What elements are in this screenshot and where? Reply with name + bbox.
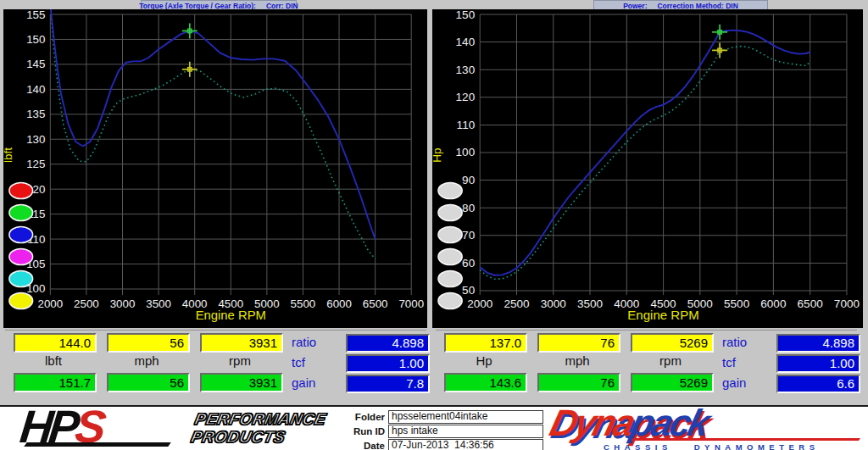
- gain-label: gain: [722, 375, 770, 390]
- y-tick-label: 80: [462, 202, 475, 214]
- y-tick-label: 150: [26, 33, 45, 46]
- ratio-value: 4.898: [346, 334, 430, 353]
- yellow-channel-button[interactable]: [9, 293, 33, 309]
- torque-unit-label: lbft: [14, 353, 93, 369]
- rpm-unit-label: rpm: [631, 353, 710, 369]
- x-tick-label: 2500: [504, 297, 529, 310]
- dynapack-tagline: CHASSIS DYNAMOMETERS: [604, 442, 820, 450]
- channel-button-6[interactable]: [438, 293, 462, 309]
- power-readout-panel: 137.0 76 5269 Hp mph rpm 143.6 76 5269 r…: [436, 330, 857, 404]
- speed-unit-label: mph: [537, 353, 617, 369]
- channel-button-1[interactable]: [438, 183, 462, 199]
- tcf-label: tcf: [292, 355, 339, 369]
- y-tick-label: 125: [26, 158, 45, 170]
- hps-tagline-line1: PERFORMANCE: [193, 410, 328, 428]
- x-tick-label: 2500: [74, 297, 99, 310]
- torque-correction-text: Corr: DIN: [266, 2, 298, 10]
- x-tick-label: 6000: [326, 297, 352, 310]
- baseline-curve: [480, 47, 810, 280]
- power-chart-panel: 2000250030003500400045005000550060006500…: [432, 9, 863, 328]
- folder-input[interactable]: hpsselement04intake: [388, 410, 543, 424]
- ratio-label: ratio: [292, 335, 339, 349]
- power-unit-label: Hp: [444, 353, 524, 369]
- y-tick-label: 60: [462, 257, 475, 269]
- baseline-rpm-readout: 5269: [631, 333, 714, 353]
- channel-button-4[interactable]: [438, 249, 462, 265]
- date-input[interactable]: 07-Jun-2013 14:36:56: [388, 439, 543, 450]
- gain-value: 7.8: [346, 375, 430, 393]
- dynapack-tagline-chassis: CHASSIS: [604, 442, 672, 450]
- x-tick-label: 7000: [834, 297, 860, 310]
- blue-channel-button[interactable]: [9, 227, 33, 243]
- power-correction-text: Correction Method: DIN: [657, 2, 737, 10]
- run-torque-readout: 151.7: [14, 373, 97, 392]
- date-label: Date: [336, 441, 385, 450]
- y-axis-unit-label: Hp: [432, 147, 443, 162]
- run-id-input[interactable]: hps intake: [388, 425, 543, 438]
- hps-tagline: PERFORMANCE PRODUCTS: [190, 410, 328, 446]
- run-speed-readout: 56: [107, 373, 190, 392]
- dynapack-tagline-dynamometers: DYNAMOMETERS: [694, 442, 820, 450]
- x-axis-title: Engine RPM: [196, 308, 266, 322]
- y-tick-label: 140: [456, 36, 476, 48]
- torque-chart-panel: 2000250030003500400045005000550060006500…: [3, 9, 427, 328]
- baseline-torque-readout: 144.0: [14, 333, 97, 353]
- x-tick-label: 3500: [146, 297, 171, 310]
- power-title-text: Power:: [623, 2, 647, 10]
- rpm-unit-label: rpm: [200, 353, 280, 369]
- x-tick-label: 2000: [467, 297, 492, 310]
- x-tick-label: 5500: [724, 297, 749, 310]
- x-axis-title: Engine RPM: [627, 308, 698, 322]
- dynapack-swoosh: [632, 438, 860, 441]
- run-power-readout: 143.6: [444, 373, 527, 392]
- channel-button-2[interactable]: [438, 205, 462, 221]
- folder-label: Folder: [336, 412, 385, 422]
- baseline-speed-readout: 56: [107, 333, 190, 353]
- x-tick-label: 3000: [541, 297, 566, 310]
- folder-field-row: Folder hpsselement04intake: [336, 410, 543, 424]
- x-tick-label: 5500: [291, 297, 316, 310]
- torque-title-text: Torque (Axle Torque / Gear Ratio):: [139, 2, 256, 10]
- dynapack-word-dyna: Dyna: [546, 402, 637, 443]
- tcf-value: 1.00: [776, 354, 860, 373]
- y-tick-label: 130: [26, 133, 45, 146]
- run-speed-readout: 76: [537, 373, 620, 392]
- run-rpm-readout: 5269: [631, 373, 714, 392]
- gain-label: gain: [292, 375, 339, 390]
- channel-button-3[interactable]: [438, 227, 462, 243]
- y-tick-label: 70: [462, 229, 475, 242]
- green-channel-button[interactable]: [9, 205, 33, 221]
- power-chart-canvas[interactable]: 2000250030003500400045005000550060006500…: [432, 9, 863, 328]
- channel-button-5[interactable]: [438, 271, 462, 287]
- magenta-channel-button[interactable]: [9, 249, 33, 265]
- hps-tagline-line2: PRODUCTS: [190, 428, 325, 446]
- x-tick-label: 2000: [38, 297, 64, 310]
- y-tick-label: 130: [456, 64, 476, 76]
- y-tick-label: 140: [26, 83, 45, 96]
- ratio-label: ratio: [722, 335, 770, 349]
- torque-readout-panel: 144.0 56 3931 lbft mph rpm 151.7 56 3931…: [5, 330, 426, 404]
- ratio-value: 4.898: [776, 334, 860, 353]
- cyan-channel-button[interactable]: [9, 271, 33, 287]
- run-id-label: Run ID: [336, 426, 385, 436]
- dyno-software-window: Torque (Axle Torque / Gear Ratio): Corr:…: [0, 0, 868, 450]
- tcf-value: 1.00: [346, 354, 430, 373]
- y-tick-label: 110: [457, 119, 476, 131]
- torque-chart-canvas[interactable]: 2000250030003500400045005000550060006500…: [3, 9, 427, 328]
- y-tick-label: 50: [462, 285, 475, 297]
- x-tick-label: 3000: [110, 297, 136, 310]
- run-info-fields: Folder hpsselement04intake Run ID hps in…: [336, 410, 543, 450]
- x-tick-label: 3500: [577, 297, 603, 310]
- speed-unit-label: mph: [107, 353, 186, 369]
- dynapack-logo: Dynapack CHASSIS DYNAMOMETERS: [551, 403, 865, 450]
- hps-logo: HPS: [20, 405, 190, 450]
- footer-strip: HPS PERFORMANCE PRODUCTS Folder hpsselem…: [0, 405, 868, 450]
- dynapack-logo-word: Dynapack: [546, 403, 711, 442]
- y-tick-label: 145: [26, 58, 45, 70]
- x-tick-label: 6500: [363, 297, 388, 310]
- red-channel-button[interactable]: [9, 183, 33, 199]
- y-tick-label: 135: [26, 108, 45, 120]
- y-tick-label: 90: [462, 174, 475, 186]
- date-field-row: Date 07-Jun-2013 14:36:56: [336, 439, 543, 450]
- x-tick-label: 6500: [798, 297, 823, 310]
